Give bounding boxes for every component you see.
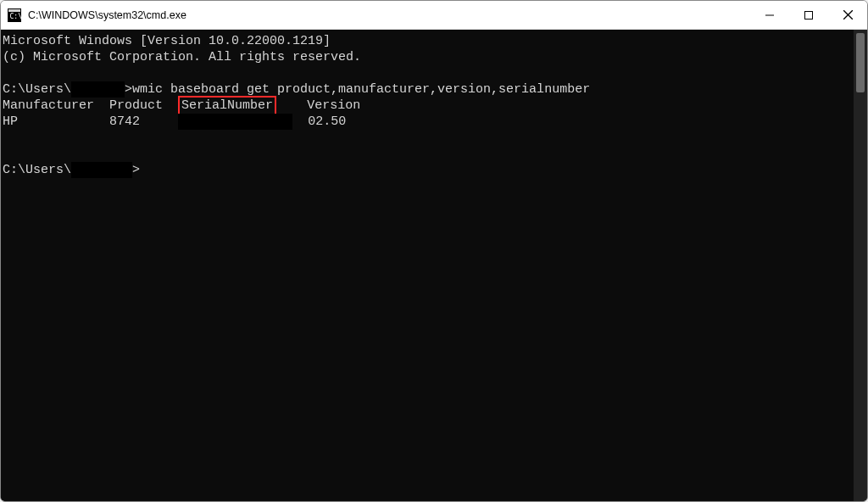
- cmd-icon: C:\: [8, 8, 21, 22]
- val-product: 8742: [109, 114, 140, 129]
- maximize-button[interactable]: [789, 1, 828, 29]
- col-product: Product: [109, 98, 163, 113]
- maximize-icon: [804, 11, 813, 20]
- col-manufacturer: Manufacturer: [3, 98, 94, 113]
- window-controls: [750, 1, 867, 29]
- terminal-area: Microsoft Windows [Version 10.0.22000.12…: [1, 30, 867, 501]
- terminal-output[interactable]: Microsoft Windows [Version 10.0.22000.12…: [1, 30, 854, 501]
- close-icon: [843, 10, 853, 20]
- prompt-line: C:\Users\ >: [3, 162, 852, 178]
- command-line: C:\Users\ >wmic baseboard get product,ma…: [3, 81, 852, 98]
- blank-line: [3, 65, 852, 81]
- prompt-cursor: >: [132, 163, 140, 177]
- redacted-username: [71, 81, 125, 98]
- titlebar[interactable]: C:\ C:\WINDOWS\system32\cmd.exe: [1, 1, 867, 30]
- prompt-path: C:\Users\: [3, 82, 71, 97]
- blank-line: [3, 130, 852, 146]
- scrollbar-thumb[interactable]: [856, 33, 865, 92]
- val-manufacturer: HP: [3, 114, 18, 129]
- col-version: Version: [307, 98, 360, 113]
- minimize-icon: [765, 11, 774, 20]
- table-data-row: HP 8742 02.50: [3, 114, 852, 130]
- version-line: Microsoft Windows [Version 10.0.22000.12…: [3, 33, 852, 49]
- col-serialnumber-highlight: SerialNumber: [178, 96, 276, 115]
- minimize-button[interactable]: [750, 1, 789, 29]
- prompt-cursor: >: [125, 82, 132, 97]
- window-title: C:\WINDOWS\system32\cmd.exe: [28, 9, 750, 21]
- svg-rect-1: [8, 9, 20, 12]
- svg-text:C:\: C:\: [10, 13, 22, 20]
- prompt-path: C:\Users\: [3, 163, 71, 177]
- redacted-serial: [178, 114, 292, 130]
- cmd-window: C:\ C:\WINDOWS\system32\cmd.exe Microsof…: [0, 0, 868, 502]
- val-version: 02.50: [308, 114, 346, 129]
- blank-line: [3, 146, 852, 162]
- redacted-username: [71, 162, 132, 178]
- vertical-scrollbar[interactable]: [854, 30, 867, 501]
- col-serialnumber: SerialNumber: [181, 98, 273, 113]
- svg-rect-4: [805, 11, 813, 19]
- table-header-row: Manufacturer Product SerialNumber Versio…: [3, 98, 852, 114]
- close-button[interactable]: [828, 1, 867, 29]
- wmic-command: wmic baseboard get product,manufacturer,…: [132, 82, 590, 97]
- copyright-line: (c) Microsoft Corporation. All rights re…: [3, 49, 852, 65]
